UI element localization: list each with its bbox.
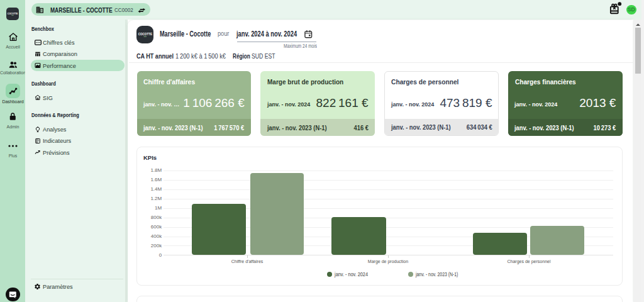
svg-text:COCOTTE: COCOTTE bbox=[138, 33, 152, 36]
svg-text:COCOTTE: COCOTTE bbox=[8, 13, 18, 15]
